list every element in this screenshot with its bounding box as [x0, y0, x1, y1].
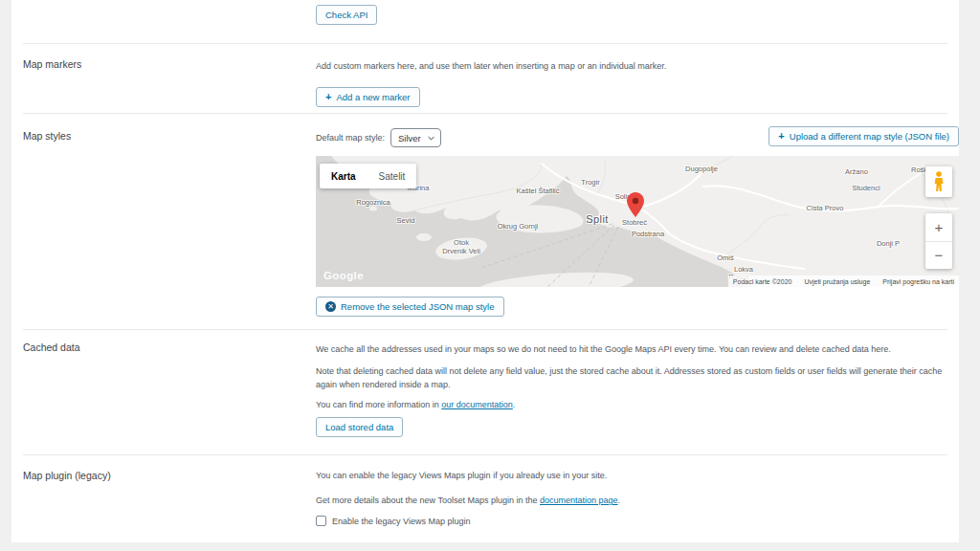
section-title-map-styles: Map styles [23, 130, 71, 142]
add-marker-label: Add a new marker [336, 92, 410, 102]
map-canvas[interactable]: RogoznicaMarinaSevidTrogirKaštel Štafili… [316, 156, 959, 287]
map-place-label: Dugopolje [685, 165, 718, 173]
cached-data-p3: You can find more information in our doc… [316, 398, 965, 411]
map-place-label: Okrug Gornji [498, 222, 539, 231]
section-title-map-plugin-legacy: Map plugin (legacy) [23, 470, 111, 481]
cached-data-p2: Note that deleting cached data will not … [316, 364, 965, 391]
map-place-label: Studenci [852, 184, 880, 192]
upload-style-button[interactable]: + Upload a different map style (JSON fil… [768, 126, 959, 146]
legacy-checkbox-label: Enable the legacy Views Map plugin [332, 517, 470, 526]
cached-data-p1: We cache all the addresses used in your … [316, 342, 965, 356]
map-place-label: Sevid [397, 216, 415, 225]
attribution-terms-link[interactable]: Uvjeti pružanja usluge [804, 278, 870, 285]
documentation-link[interactable]: our documentation [441, 400, 513, 409]
map-place-label: Podstrana [632, 230, 664, 238]
cached-data-p3-text: You can find more information in [316, 400, 441, 409]
map-place-label: Otok [454, 238, 469, 247]
plus-icon: + [325, 92, 331, 102]
section-divider [23, 329, 947, 330]
map-marker-pin[interactable] [627, 192, 644, 221]
map-place-label: Donji P [877, 239, 900, 248]
map-zoom-control: + − [925, 213, 952, 269]
map-place-label: Kaštel Štafilić [516, 187, 559, 195]
map-place-label: Aržano [845, 167, 868, 176]
map-place-label: Drvenik Veli [442, 247, 480, 255]
map-markers-description: Add custom markers here, and use them la… [316, 59, 965, 73]
default-style-row: Default map style: Silver [316, 128, 441, 147]
default-style-label: Default map style: [316, 133, 385, 143]
check-api-button[interactable]: Check API [316, 5, 377, 25]
upload-style-label: Upload a different map style (JSON file) [790, 131, 949, 142]
plus-icon: + [778, 131, 784, 142]
zoom-in-button[interactable]: + [925, 213, 952, 241]
chevron-down-icon [428, 136, 434, 141]
map-place-label: Split [586, 213, 608, 225]
legacy-p2-period: . [618, 496, 621, 505]
pegman-control[interactable] [925, 166, 952, 197]
attribution-copyright: Podaci karte ©2020 [733, 278, 792, 285]
add-marker-button[interactable]: + Add a new marker [316, 87, 420, 107]
map-style-selected-value: Silver [398, 133, 421, 143]
load-stored-data-button[interactable]: Load stored data [316, 417, 403, 437]
zoom-out-button[interactable]: − [925, 241, 952, 270]
legacy-p2-text: Get more details about the new Toolset M… [316, 496, 540, 505]
remove-style-label: Remove the selected JSON map style [341, 301, 495, 312]
map-place-label: Cista Provo [807, 204, 844, 212]
google-logo: Google [323, 270, 364, 281]
legacy-checkbox[interactable] [316, 516, 326, 526]
attribution-report-link[interactable]: Prijavi pogrešku na karti [882, 278, 954, 285]
section-divider [23, 43, 947, 44]
section-divider [23, 454, 947, 455]
map-place-label: Omiš [717, 253, 734, 262]
documentation-page-link[interactable]: documentation page [540, 496, 618, 505]
section-title-map-markers: Map markers [23, 58, 81, 70]
cached-data-p3-period: . [513, 400, 516, 409]
map-place-label: Rogoznica [356, 198, 390, 207]
check-api-label: Check API [325, 10, 368, 20]
settings-page: Check API Map markers Add custom markers… [0, 0, 980, 551]
legacy-p2: Get more details about the new Toolset M… [316, 494, 965, 507]
remove-style-button[interactable]: ✕ Remove the selected JSON map style [316, 297, 504, 317]
legacy-checkbox-row: Enable the legacy Views Map plugin [316, 516, 470, 526]
map-place-label: Trogir [581, 178, 599, 187]
map-attribution: Podaci karte ©2020 Uvjeti pružanja uslug… [728, 276, 959, 287]
map-style-select[interactable]: Silver [390, 128, 441, 147]
section-divider [23, 113, 947, 114]
map-type-control: Karta Satelit [320, 164, 416, 188]
red-pin-icon [627, 192, 644, 217]
legacy-p1: You can enable the legacy Views Maps plu… [316, 469, 965, 482]
map-tab-karta[interactable]: Karta [320, 164, 368, 188]
pegman-icon [933, 171, 945, 192]
load-stored-data-label: Load stored data [325, 422, 393, 432]
dismiss-circle-icon: ✕ [325, 301, 336, 312]
section-title-cached-data: Cached data [23, 342, 80, 353]
map-tab-satelit[interactable]: Satelit [368, 164, 417, 188]
